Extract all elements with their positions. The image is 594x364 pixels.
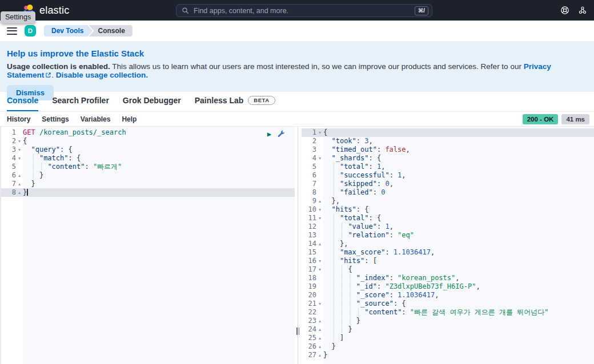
code-line: 17▾ │ │ { <box>302 265 594 274</box>
settings-button[interactable]: Settings <box>42 115 69 123</box>
code-line: 22 │ │ │ │ "content": "빠른 갈색 여우가 게으른 개를 … <box>302 308 594 317</box>
fold-toggle-icon[interactable]: ▴ <box>316 334 323 342</box>
fold-toggle-icon[interactable]: ▴ <box>316 351 323 359</box>
code-line: 12 │ │ "value": 1, <box>302 223 594 231</box>
code-line: 26▴ } <box>302 342 594 351</box>
code-line: 5 │ │ "content": "빠르게" <box>1 163 295 171</box>
fold-toggle-icon[interactable]: ▴ <box>16 188 23 197</box>
code-line: 4▾ │ "match": { <box>1 154 295 163</box>
code-line: 6▴ │ } <box>1 171 295 180</box>
callout-body: Usage collection is enabled. This allows… <box>7 62 587 79</box>
code-line: 8▴} <box>1 188 295 197</box>
global-header: elastic ⌘/ <box>0 0 594 21</box>
fold-toggle-icon[interactable]: ▴ <box>16 180 23 188</box>
response-time-badge: 41 ms <box>561 114 589 124</box>
status-badge: 200 - OK <box>523 114 559 124</box>
breadcrumb-dev-tools[interactable]: Dev Tools <box>44 25 93 37</box>
code-line: 3▾ "query": { <box>1 145 295 154</box>
callout-title: Help us improve the Elastic Stack <box>7 48 587 58</box>
tab-console[interactable]: Console <box>7 91 38 111</box>
fold-toggle-icon[interactable]: ▾ <box>316 205 323 214</box>
code-line: 2▾{ <box>1 137 295 145</box>
help-button[interactable]: Help <box>122 115 137 123</box>
code-line: 6 │ "successful": 1, <box>302 171 594 180</box>
menu-icon[interactable] <box>7 27 17 35</box>
code-line: 27▴} <box>302 351 594 359</box>
code-line: 5 │ "total": 1, <box>302 163 594 171</box>
response-pane[interactable]: 1▾{2 "took": 3,3 "timed_out": false,4▾ "… <box>302 127 594 364</box>
text-cursor <box>27 189 28 196</box>
callout-body-bold: Usage collection is enabled. <box>7 62 110 71</box>
fold-toggle-icon[interactable]: ▴ <box>316 240 323 248</box>
beta-badge: BETA <box>248 96 275 105</box>
breadcrumb: Dev Tools Console <box>44 25 133 37</box>
fold-toggle-icon[interactable]: ▾ <box>316 257 323 265</box>
code-line: 14▴ │ }, <box>302 240 594 248</box>
breadcrumb-console[interactable]: Console <box>89 25 132 37</box>
code-line: 24▴ │ │ } <box>302 325 594 334</box>
dev-tools-tabs: Console Search Profiler Grok Debugger Pa… <box>0 92 594 112</box>
fold-toggle-icon[interactable]: ▾ <box>316 128 323 137</box>
fold-toggle-icon[interactable]: ▾ <box>16 154 23 163</box>
ai-assistant-icon[interactable] <box>578 6 587 15</box>
usage-callout: Help us improve the Elastic Stack Usage … <box>0 41 594 92</box>
search-icon <box>182 7 189 14</box>
history-button[interactable]: History <box>7 115 30 123</box>
fold-toggle-icon[interactable]: ▴ <box>316 325 323 334</box>
tab-painless-lab[interactable]: Painless Lab BETA <box>195 91 275 111</box>
code-line: 2 "took": 3, <box>302 137 594 145</box>
code-line: 18 │ │ │ "_index": "korean_posts", <box>302 274 594 282</box>
disable-usage-collection-link[interactable]: Disable usage collection. <box>56 71 148 79</box>
callout-body-text: This allows us to learn what our users a… <box>110 62 524 71</box>
breadcrumb-bar: D Dev Tools Console <box>0 21 594 41</box>
resize-grip-icon[interactable] <box>296 327 300 335</box>
code-line: 15 │ "max_score": 1.1036417, <box>302 248 594 257</box>
external-link-icon <box>45 72 51 78</box>
request-options-wrench-icon[interactable] <box>277 130 286 138</box>
tab-grok-debugger[interactable]: Grok Debugger <box>123 91 181 111</box>
fold-toggle-icon[interactable]: ▾ <box>316 300 323 308</box>
code-line: 13 │ │ "relation": "eq" <box>302 231 594 240</box>
code-line: 20 │ │ │ "_score": 1.1036417, <box>302 291 594 300</box>
fold-toggle-icon[interactable]: ▴ <box>316 317 323 325</box>
pane-resize-handle[interactable] <box>295 127 302 364</box>
request-editor[interactable]: ▶ 1GET /korean_posts/_search2▾{3▾ "query… <box>0 127 295 364</box>
fold-toggle-icon[interactable]: ▾ <box>316 214 323 223</box>
tab-search-profiler[interactable]: Search Profiler <box>52 91 109 111</box>
code-line: 19 │ │ │ "_id": "Z3dlxpUBeb73f_H6IG-P", <box>302 282 594 291</box>
console-editor: ▶ 1GET /korean_posts/_search2▾{3▾ "query… <box>0 127 594 364</box>
code-line: 21▾ │ │ │ "_source": { <box>302 300 594 308</box>
code-line: 23▴ │ │ │ } <box>302 317 594 325</box>
fold-toggle-icon[interactable]: ▴ <box>316 197 323 205</box>
code-line: 25▴ │ ] <box>302 334 594 342</box>
search-shortcut-key: ⌘/ <box>415 6 428 15</box>
code-line: 7 │ "skipped": 0, <box>302 180 594 188</box>
fold-toggle-icon[interactable]: ▴ <box>316 342 323 351</box>
send-request-icon[interactable]: ▶ <box>267 131 271 137</box>
fold-toggle-icon[interactable]: ▾ <box>316 154 323 163</box>
settings-tooltip: Settings <box>1 11 35 23</box>
code-line: 11▾ │ "total": { <box>302 214 594 223</box>
code-line: 9▴ }, <box>302 197 594 205</box>
callout-separator: . <box>51 71 56 79</box>
code-line: 8 │ "failed": 0 <box>302 188 594 197</box>
space-avatar[interactable]: D <box>25 25 36 37</box>
code-line: 10▾ "hits": { <box>302 205 594 214</box>
fold-toggle-icon[interactable]: ▾ <box>316 265 323 274</box>
search-input[interactable] <box>189 7 415 15</box>
code-line: 3 "timed_out": false, <box>302 145 594 154</box>
code-line: 7▴ } <box>1 180 295 188</box>
code-line: 1▾{ <box>302 128 594 137</box>
global-search[interactable]: ⌘/ <box>176 4 432 17</box>
code-line: 4▾ "_shards": { <box>302 154 594 163</box>
code-line: 16▾ │ "hits": [ <box>302 257 594 265</box>
fold-toggle-icon[interactable]: ▴ <box>16 171 23 180</box>
logo-wordmark: elastic <box>39 5 69 17</box>
variables-button[interactable]: Variables <box>81 115 111 123</box>
fold-toggle-icon[interactable]: ▾ <box>16 145 23 154</box>
fold-toggle-icon[interactable]: ▾ <box>16 137 23 145</box>
help-icon[interactable] <box>560 6 569 15</box>
code-line: 1GET /korean_posts/_search <box>1 128 295 137</box>
console-toolbar: History Settings Variables Help 200 - OK… <box>0 112 594 127</box>
